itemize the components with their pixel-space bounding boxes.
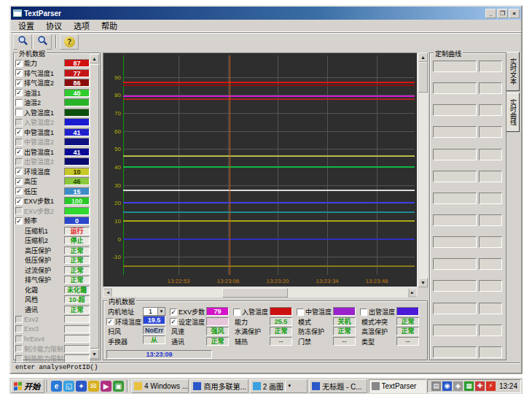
scrollbar-thumb[interactable] [418,62,428,93]
checkbox[interactable] [15,109,23,116]
tab-实时曲线[interactable]: 实时曲线 [506,93,520,132]
scroll-up-icon[interactable]: ▲ [418,53,428,62]
curve-name-input[interactable] [433,104,477,116]
zoom-in-button[interactable] [13,34,32,50]
curve-value-input[interactable] [479,126,502,138]
checkbox[interactable]: ✓ [170,318,177,325]
antivirus-icon[interactable]: ▦ [464,381,474,391]
tab-实时文本[interactable]: 实时文本 [506,52,520,91]
checkbox[interactable]: ✓ [15,89,23,96]
menu-item-设置[interactable]: 设置 [12,19,40,32]
chevron-down-icon[interactable]: ▼ [157,308,165,315]
checkbox[interactable] [15,316,23,323]
scroll-left-icon[interactable]: ▲ [103,289,112,298]
plot-area[interactable] [123,55,415,275]
checkbox[interactable] [233,308,240,316]
desktop-icon[interactable]: ◱ [63,381,74,392]
task-button[interactable]: 2 画图▼ [250,379,308,393]
scroll-down-icon[interactable]: ▼ [418,278,428,287]
minimize-button[interactable]: _ [485,9,496,18]
menu-item-协议[interactable]: 协议 [40,19,68,32]
scrollbar-thumb[interactable] [222,288,288,298]
checkbox[interactable]: ✓ [15,79,23,87]
help-button[interactable]: ? [60,34,79,50]
curve-value-input[interactable] [479,214,502,226]
curve-name-input[interactable] [433,193,477,204]
menu-item-帮助[interactable]: 帮助 [95,19,123,32]
curve-name-input[interactable] [433,325,477,336]
task-button[interactable]: 无标题 - C... [309,379,367,393]
chart-cursor[interactable] [230,55,230,275]
curve-name-input[interactable] [433,171,477,182]
checkbox[interactable]: ✓ [15,168,23,175]
start-button[interactable]: 开始 [11,379,44,393]
curve-value-input[interactable] [479,325,502,336]
checkbox[interactable]: ✓ [15,178,23,185]
checkbox[interactable]: ✓ [15,69,23,77]
checkbox[interactable] [15,139,23,146]
update-icon[interactable]: ▣ [113,381,124,392]
chevron-down-icon[interactable]: ▼ [285,381,293,392]
title-bar[interactable]: TextParser _ ❐ × [11,7,521,20]
checkbox[interactable]: ✓ [15,60,23,67]
checkbox[interactable] [15,99,23,106]
curve-value-input[interactable] [479,61,502,72]
checkbox[interactable] [15,158,23,166]
printer-icon[interactable]: ▤ [431,381,441,391]
curve-name-input[interactable] [433,303,477,314]
curve-value-input[interactable] [479,346,502,358]
checkbox[interactable]: ✓ [15,148,23,155]
media-icon[interactable]: ▶ [101,381,112,392]
mail-icon[interactable]: ✉ [88,381,99,392]
checkbox[interactable] [15,119,23,126]
curve-value-input[interactable] [479,193,502,204]
scroll-up-icon[interactable]: ▲ [90,54,99,63]
checkbox[interactable]: ✓ [15,128,23,136]
checkbox[interactable]: ✓ [170,308,177,316]
ie-icon[interactable]: e [51,381,62,392]
curve-name-input[interactable] [433,82,477,94]
curve-name-input[interactable] [433,280,477,292]
scroll-right-icon[interactable]: ▲ [409,289,418,298]
curve-value-input[interactable] [479,104,502,116]
curve-value-input[interactable] [479,303,502,314]
task-button[interactable]: 4 Windows ...▼ [131,379,189,393]
curve-name-input[interactable] [433,61,477,72]
curve-value-input[interactable] [479,258,502,270]
curve-name-input[interactable] [433,126,477,138]
restore-button[interactable]: ❐ [497,9,508,18]
checkbox[interactable] [15,345,23,352]
sidebar-scrollbar[interactable]: ▲ ▼ [90,54,99,359]
chart-vertical-scrollbar[interactable]: ▲ ▼ [418,53,428,287]
checkbox[interactable]: ✓ [15,198,23,205]
checkbox[interactable] [15,355,23,362]
task-button[interactable]: 商用多联第... [190,379,248,393]
scrollbar-thumb[interactable] [90,64,99,349]
checkbox[interactable]: ✓ [106,318,114,325]
curve-value-input[interactable] [479,149,502,160]
curve-value-input[interactable] [479,236,502,248]
volume-icon[interactable]: ◈ [453,381,463,391]
power-icon[interactable]: ⚡ [486,381,496,391]
checkbox[interactable]: ✓ [15,187,23,195]
checkbox[interactable] [15,335,23,343]
curve-name-input[interactable] [433,149,477,160]
checkbox[interactable] [15,207,23,214]
curve-name-input[interactable] [433,346,477,358]
chart-horizontal-scrollbar[interactable]: ▲ ▲ [103,288,418,298]
curve-name-input[interactable] [433,258,477,270]
indoor-address-dropdown[interactable]: 1▼ [143,307,165,316]
curve-value-input[interactable] [479,280,502,292]
checkbox[interactable]: ✓ [15,217,23,225]
monitor-icon[interactable]: ✚ [475,381,485,391]
checkbox[interactable] [15,325,23,333]
curve-name-input[interactable] [433,214,477,226]
zoom-out-button[interactable] [33,34,52,50]
msn-icon[interactable]: ✦ [76,381,87,392]
messenger-icon[interactable]: ◉ [442,381,452,391]
curve-value-input[interactable] [479,82,502,94]
menu-item-选项[interactable]: 选项 [68,19,95,32]
scroll-down-icon[interactable]: ▼ [90,349,99,359]
close-button[interactable]: × [509,9,520,18]
checkbox[interactable] [297,308,304,316]
